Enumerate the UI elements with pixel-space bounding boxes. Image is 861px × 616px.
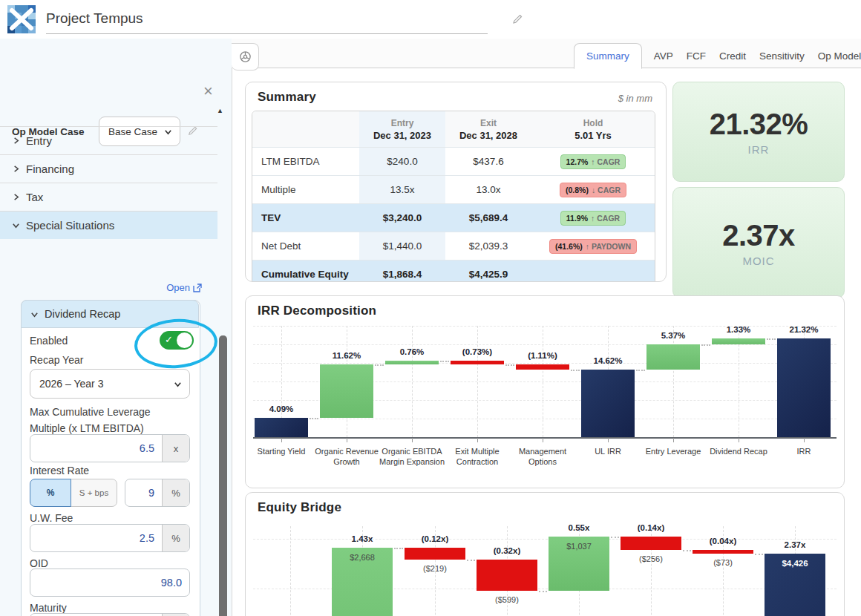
waterfall-bar-dividend-recap: [712, 338, 765, 344]
tab-credit[interactable]: Credit: [718, 43, 747, 62]
close-icon[interactable]: ×: [203, 83, 213, 99]
irr-decomposition-panel: IRR Decomposition 4.09%11.62%0.76%(0.73%…: [245, 295, 845, 488]
sidebar-section-tax[interactable]: Tax: [0, 183, 217, 211]
tab-summary[interactable]: Summary: [574, 43, 642, 69]
gridline-v: [290, 526, 291, 616]
uw-fee-unit: %: [162, 525, 189, 551]
category-label: Dividend Recap: [703, 447, 774, 457]
summary-panel: Summary $ in mm EntryDec 31, 2023ExitDec…: [245, 82, 667, 282]
irr-label: IRR: [748, 143, 770, 156]
row-label: TEV: [252, 204, 359, 232]
exit-value: $4,425.9: [445, 261, 531, 282]
waterfall-bar-entry-leverage: [646, 344, 700, 370]
waterfall-bar-step-2: [405, 548, 465, 559]
category-label: UL IRR: [572, 447, 644, 457]
axis-tick: [608, 438, 609, 442]
tab-avp[interactable]: AVP: [652, 43, 675, 62]
bar-dollar-label: ($219): [394, 564, 476, 573]
bar-dollar-label: $4,426: [754, 559, 836, 568]
equity-waterfall-chart: 1.43x$2,668(0.12x)($219)(0.32x)($599)0.5…: [246, 493, 844, 616]
interest-rate-input[interactable]: [125, 479, 162, 506]
enabled-label: Enabled: [30, 335, 68, 347]
tabs-list: SummaryAVPFCFCreditSensitivityOp Model: [574, 43, 861, 69]
connector-line: [310, 418, 318, 419]
connector-line: [683, 550, 691, 551]
title-underline: [46, 33, 488, 34]
scroll-up-arrow[interactable]: ▲: [217, 107, 223, 114]
gridline-h: [253, 419, 837, 419]
connector-line: [505, 364, 514, 366]
connector-line: [636, 370, 645, 371]
dividend-recap-header[interactable]: Dividend Recap: [21, 300, 199, 328]
category-label: Organic EBITDA Margin Expansion: [376, 447, 448, 468]
open-link-label: Open: [166, 282, 190, 293]
col-header-exit: ExitDec 31, 2028: [445, 111, 531, 147]
connector-line: [755, 554, 763, 555]
bar-value-label: 1.43x: [321, 534, 403, 543]
bar-value-label: 14.62%: [567, 356, 649, 365]
check-icon: ✓: [165, 334, 173, 345]
connector-line: [571, 370, 580, 371]
bar-dollar-label: $1,037: [538, 542, 620, 551]
interest-rate-input-group: %: [125, 479, 190, 507]
rate-mode-spread-button[interactable]: S + bps: [71, 479, 117, 507]
section-label: Financing: [26, 163, 74, 175]
hold-badge-cell: (41.6%)↑ PAYDOWN: [531, 232, 655, 260]
axis-tick: [739, 438, 739, 442]
gridline-v: [673, 326, 674, 437]
interest-rate-label: Interest Rate: [30, 465, 89, 476]
app-window: Project Tempus × ▲ Op Model Case Base Ca…: [0, 0, 861, 616]
enabled-toggle[interactable]: ✓: [160, 331, 194, 350]
entry-value: $1,868.4: [359, 261, 445, 282]
uw-fee-label: U.W. Fee: [30, 512, 73, 524]
oid-input[interactable]: [30, 569, 189, 596]
summary-title: Summary: [258, 90, 316, 105]
max-leverage-input[interactable]: [30, 435, 162, 462]
recap-year-select[interactable]: 2026 – Year 3: [30, 369, 190, 399]
moic-label: MOIC: [742, 255, 774, 267]
category-label: Management Options: [507, 447, 578, 468]
sidebar-section-special-situations[interactable]: Special Situations: [0, 211, 217, 239]
app-header: Project Tempus: [0, 0, 861, 39]
max-leverage-label-line1: Max Cumulative Leverage: [30, 406, 151, 418]
irr-waterfall-chart: 4.09%11.62%0.76%(0.73%)(1.11%)14.62%5.37…: [246, 296, 844, 488]
axis-tick: [804, 438, 805, 442]
sidebar-section-financing[interactable]: Financing: [0, 154, 217, 183]
rate-mode-percent-button[interactable]: %: [30, 479, 71, 507]
entry-value: $240.0: [359, 148, 445, 175]
bar-value-label: (0.32x): [466, 546, 548, 555]
uw-fee-input[interactable]: [30, 525, 162, 551]
settings-tab[interactable]: [232, 43, 259, 71]
header-spacer: [252, 111, 359, 147]
waterfall-bar-organic-revenue-growth: [320, 364, 373, 419]
exit-value: $5,689.4: [445, 204, 531, 232]
row-label: LTM EBITDA: [252, 148, 359, 175]
row-label: Multiple: [252, 176, 359, 203]
oid-input-group: [30, 569, 190, 597]
connector-line: [394, 548, 403, 549]
gear-icon: [239, 50, 252, 63]
section-label: Entry: [26, 134, 52, 147]
connector-line: [539, 591, 547, 592]
tab-sensitivity[interactable]: Sensitivity: [758, 43, 806, 62]
tab-op-model[interactable]: Op Model: [816, 43, 861, 62]
col-header-hold: Hold5.01 Yrs: [531, 111, 655, 147]
maturity-input-group: yrs: [30, 613, 190, 616]
waterfall-bar-irr: [777, 338, 831, 437]
bar-value-label: 4.09%: [245, 404, 322, 413]
sidebar-section-entry[interactable]: Entry: [0, 126, 217, 154]
recap-year-value: 2026 – Year 3: [39, 378, 103, 390]
bar-value-label: 0.55x: [538, 523, 620, 532]
edit-title-pencil-icon[interactable]: [511, 13, 524, 26]
col-header-entry: EntryDec 31, 2023: [359, 111, 445, 147]
section-label: Special Situations: [26, 219, 114, 232]
exit-value: 13.0x: [445, 176, 531, 203]
bar-value-label: (0.14x): [610, 523, 692, 532]
sidebar-scrollbar[interactable]: [219, 335, 227, 616]
max-leverage-label-line2: Multiple (x LTM EBITDA): [30, 422, 144, 434]
max-leverage-input-group: x: [30, 434, 190, 462]
open-popout-link[interactable]: Open: [166, 282, 202, 293]
hold-badge-cell: 12.7%↑ CAGR: [531, 148, 655, 175]
x-axis: [253, 437, 837, 439]
tab-fcf[interactable]: FCF: [685, 43, 707, 62]
